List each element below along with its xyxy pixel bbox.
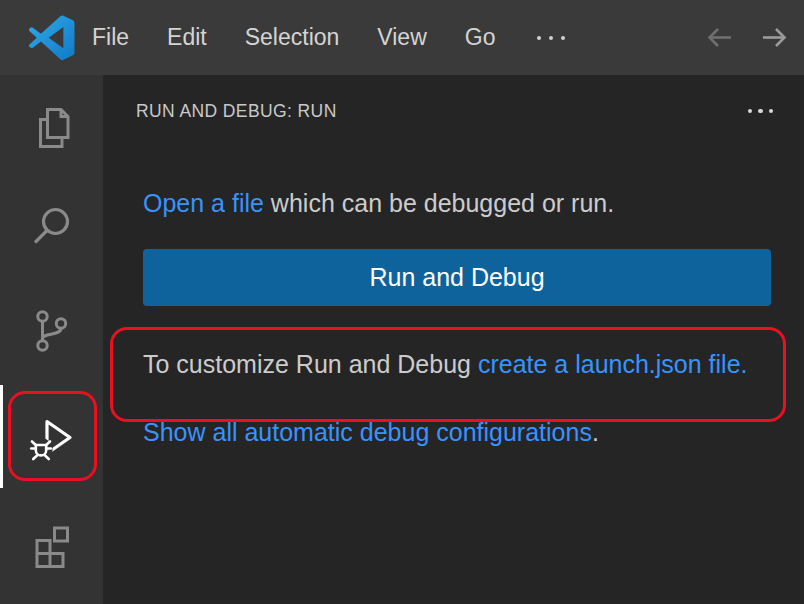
menu-item-view[interactable]: View <box>377 24 426 51</box>
source-control-icon <box>27 306 77 356</box>
show-configurations-suffix: . <box>592 418 599 446</box>
sidebar-header: RUN AND DEBUG: RUN <box>143 97 775 125</box>
sidebar-run-and-debug: RUN AND DEBUG: RUN Open a file which can… <box>103 75 804 604</box>
show-all-automatic-debug-configurations-link[interactable]: Show all automatic debug configurations <box>143 418 592 446</box>
activity-item-extensions[interactable] <box>0 494 103 591</box>
activity-item-run-and-debug[interactable] <box>0 388 103 485</box>
create-launch-json-link[interactable]: create a launch.json file. <box>478 350 748 378</box>
open-file-paragraph-text: which can be debugged or run. <box>264 189 614 217</box>
files-icon <box>27 102 77 152</box>
sidebar-title: RUN AND DEBUG: RUN <box>136 101 337 122</box>
customize-paragraph-text: To customize Run and Debug <box>143 350 478 378</box>
menu-item-edit[interactable]: Edit <box>167 24 207 51</box>
navigate-forward-button[interactable] <box>759 22 790 53</box>
menu-overflow-ellipsis-icon[interactable] <box>537 36 565 40</box>
show-configurations-paragraph: Show all automatic debug configurations. <box>143 411 771 453</box>
open-file-paragraph: Open a file which can be debugged or run… <box>143 182 771 224</box>
activity-bar <box>0 75 103 604</box>
more-actions-ellipsis-icon[interactable] <box>746 105 776 118</box>
customize-launch-json-text: To customize Run and Debug create a laun… <box>143 343 771 385</box>
activity-item-search[interactable] <box>0 177 103 274</box>
titlebar: File Edit Selection View Go <box>0 0 804 75</box>
menubar: File Edit Selection View Go <box>92 24 565 51</box>
vscode-window: { "titlebar": { "logo_icon": "vscode-log… <box>0 0 804 604</box>
run-and-debug-button[interactable]: Run and Debug <box>143 249 771 306</box>
arrow-right-icon <box>759 22 790 53</box>
search-icon <box>27 201 77 251</box>
menu-item-go[interactable]: Go <box>465 24 496 51</box>
vscode-logo-icon <box>29 15 75 61</box>
open-a-file-link[interactable]: Open a file <box>143 189 264 217</box>
activity-item-explorer[interactable] <box>0 78 103 175</box>
menu-item-selection[interactable]: Selection <box>245 24 340 51</box>
navigate-back-button[interactable] <box>704 22 735 53</box>
history-navigation <box>704 0 790 75</box>
extensions-icon <box>27 518 77 568</box>
arrow-left-icon <box>704 22 735 53</box>
activity-item-source-control[interactable] <box>0 282 103 379</box>
run-and-debug-icon <box>27 412 77 462</box>
menu-item-file[interactable]: File <box>92 24 129 51</box>
debug-welcome-view: Open a file which can be debugged or run… <box>143 182 771 453</box>
